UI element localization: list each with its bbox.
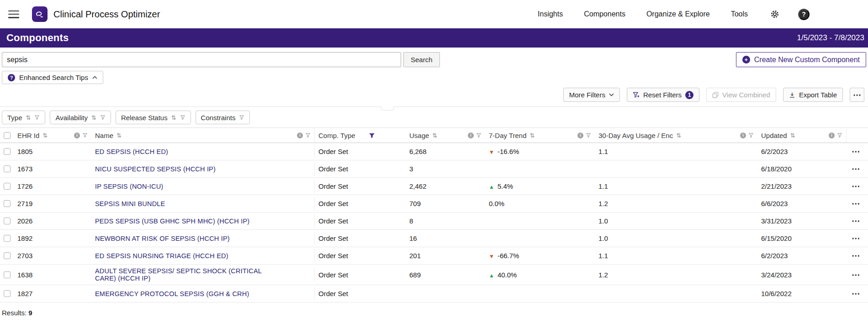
row-actions-button[interactable]: ⋯ bbox=[852, 250, 864, 261]
row-checkbox[interactable] bbox=[4, 271, 11, 278]
table-row: 1827 EMERGENCY PROTOCOL SEPSIS (GGH & CR… bbox=[0, 285, 868, 302]
sort-icon: ⇅ bbox=[116, 133, 122, 138]
cell-ehr-id: 1827 bbox=[14, 287, 91, 300]
column-header-updated[interactable]: Updated ⇅ i bbox=[757, 128, 846, 143]
filter-chip-availability[interactable]: Availability ⇅ bbox=[50, 111, 111, 124]
table-row: 2703 ED SEPSIS NURSING TRIAGE (HCCH ED) … bbox=[0, 247, 868, 265]
create-new-custom-component-button[interactable]: + Create New Custom Component bbox=[736, 52, 866, 67]
row-actions-button[interactable]: ⋯ bbox=[852, 164, 864, 174]
nav-item-insights[interactable]: Insights bbox=[538, 10, 563, 18]
row-checkbox[interactable] bbox=[4, 235, 11, 242]
row-checkbox[interactable] bbox=[4, 200, 11, 207]
filter-icon[interactable] bbox=[748, 133, 754, 138]
app-title: Clinical Process Optimizer bbox=[53, 9, 160, 20]
cell-usage: 2,462 bbox=[406, 180, 485, 193]
filter-icon[interactable] bbox=[82, 133, 88, 138]
filter-icon[interactable] bbox=[837, 133, 842, 138]
column-info-icon: i bbox=[577, 133, 583, 138]
column-header-name[interactable]: Name ⇅ i bbox=[91, 128, 314, 143]
trend-value: 0.0% bbox=[489, 200, 504, 207]
trend-down-icon: ▼ bbox=[489, 149, 494, 155]
column-header-comp-type[interactable]: Comp. Type bbox=[314, 128, 406, 143]
view-combined-label: View Combined bbox=[722, 91, 770, 99]
column-header-7-day-trend[interactable]: 7-Day Trend ⇅ i bbox=[485, 128, 595, 143]
cell-ehr-id: 1638 bbox=[14, 268, 91, 281]
nav-item-components[interactable]: Components bbox=[584, 10, 625, 18]
column-label: Name bbox=[95, 132, 113, 139]
nav-item-tools[interactable]: Tools bbox=[731, 10, 748, 18]
settings-gear-icon[interactable] bbox=[770, 9, 780, 19]
row-actions-button[interactable]: ⋯ bbox=[852, 146, 864, 157]
row-actions-button[interactable]: ⋯ bbox=[852, 198, 864, 209]
row-actions-button[interactable]: ⋯ bbox=[852, 288, 864, 299]
filter-active-icon[interactable] bbox=[369, 133, 375, 138]
component-name-link[interactable]: SEPSIS MINI BUNDLE bbox=[95, 200, 165, 207]
table-body: 1805 ED SEPSIS (HCCH ED) Order Set 6,268… bbox=[0, 143, 868, 302]
search-button[interactable]: Search bbox=[403, 52, 440, 67]
row-actions-button[interactable]: ⋯ bbox=[852, 270, 864, 280]
cell-trend bbox=[485, 236, 595, 241]
cell-usage: 3 bbox=[406, 162, 485, 175]
column-info-icon: i bbox=[829, 133, 835, 138]
filter-icon bbox=[100, 115, 106, 120]
cell-usage: 709 bbox=[406, 197, 485, 210]
row-checkbox[interactable] bbox=[4, 290, 11, 297]
more-filters-button[interactable]: More Filters bbox=[563, 88, 620, 102]
row-checkbox[interactable] bbox=[4, 148, 11, 155]
trend-down-icon: ▼ bbox=[489, 253, 494, 260]
search-input[interactable] bbox=[2, 52, 401, 67]
column-header-ehr-id[interactable]: EHR Id ⇅ i bbox=[14, 128, 91, 143]
cell-comp-type: Order Set bbox=[314, 162, 406, 175]
row-actions-button[interactable]: ⋯ bbox=[852, 233, 864, 244]
table-toolbar: More Filters Reset Filters 1 View Combin… bbox=[0, 88, 868, 102]
component-name-link[interactable]: ADULT SEVERE SEPSIS/ SEPTIC SHOCK (CRITI… bbox=[95, 267, 278, 282]
component-name-link[interactable]: IP SEPSIS (NON-ICU) bbox=[95, 183, 163, 190]
nav-item-organize-explore[interactable]: Organize & Explore bbox=[646, 10, 710, 18]
cell-30-day-avg bbox=[595, 291, 757, 297]
export-table-button[interactable]: Export Table bbox=[783, 88, 843, 102]
table-row: 1726 IP SEPSIS (NON-ICU) Order Set 2,462… bbox=[0, 178, 868, 195]
reset-filters-button[interactable]: Reset Filters 1 bbox=[627, 88, 699, 102]
trend-up-icon: ▲ bbox=[489, 184, 494, 190]
component-name-link[interactable]: NICU SUSPECTED SEPSIS (HCCH IP) bbox=[95, 165, 216, 173]
sort-icon: ⇅ bbox=[42, 133, 48, 138]
export-table-label: Export Table bbox=[799, 91, 837, 99]
chevron-up-icon bbox=[92, 76, 97, 79]
filter-icon[interactable] bbox=[305, 133, 311, 138]
trend-value: 5.4% bbox=[498, 182, 513, 190]
page-title: Components bbox=[6, 32, 69, 44]
component-name-link[interactable]: ED SEPSIS (HCCH ED) bbox=[95, 148, 168, 155]
cell-ehr-id: 1673 bbox=[14, 162, 91, 175]
cell-usage: 201 bbox=[406, 249, 485, 262]
component-name-link[interactable]: ED SEPSIS NURSING TRIAGE (HCCH ED) bbox=[95, 252, 228, 260]
filter-icon[interactable] bbox=[476, 133, 482, 138]
component-name-link[interactable]: EMERGENCY PROTOCOL SEPSIS (GGH & CRH) bbox=[95, 290, 249, 297]
toolbar-more-options-button[interactable]: ⋯ bbox=[850, 88, 864, 102]
row-checkbox[interactable] bbox=[4, 252, 11, 259]
row-actions-button[interactable]: ⋯ bbox=[852, 216, 864, 226]
question-circle-icon: ? bbox=[8, 74, 15, 81]
row-checkbox[interactable] bbox=[4, 183, 11, 190]
column-label: 30-Day Avg Usage / Enc bbox=[598, 132, 673, 139]
enhanced-search-tips-toggle[interactable]: ? Enhanced Search Tips bbox=[2, 71, 103, 84]
column-header-usage[interactable]: Usage ⇅ i bbox=[406, 128, 485, 143]
component-name-link[interactable]: PEDS SEPSIS (USB GHHC SPH MHC) (HCCH IP) bbox=[95, 218, 249, 225]
row-checkbox[interactable] bbox=[4, 218, 11, 224]
trend-value: 40.0% bbox=[498, 271, 517, 279]
row-checkbox[interactable] bbox=[4, 165, 11, 172]
view-combined-button[interactable]: View Combined bbox=[706, 88, 776, 102]
collapse-handle[interactable] bbox=[381, 106, 394, 111]
column-header-30-day-avg[interactable]: 30-Day Avg Usage / Enc ⇅ i bbox=[595, 128, 757, 143]
logo-glyph bbox=[35, 9, 45, 19]
filter-chip-release-status[interactable]: Release Status ⇅ bbox=[116, 111, 191, 124]
filter-icon bbox=[239, 115, 244, 120]
filter-icon[interactable] bbox=[586, 133, 591, 138]
select-all-checkbox[interactable] bbox=[4, 132, 11, 139]
filter-chip-type[interactable]: Type ⇅ bbox=[2, 111, 45, 124]
sort-icon: ⇅ bbox=[530, 133, 535, 138]
row-actions-button[interactable]: ⋯ bbox=[852, 181, 864, 191]
component-name-link[interactable]: NEWBORN AT RISK OF SEPSIS (HCCH IP) bbox=[95, 235, 230, 242]
hamburger-menu-icon[interactable] bbox=[8, 11, 19, 18]
filter-chip-constraints[interactable]: Constraints bbox=[196, 111, 250, 124]
help-icon[interactable]: ? bbox=[798, 9, 810, 20]
